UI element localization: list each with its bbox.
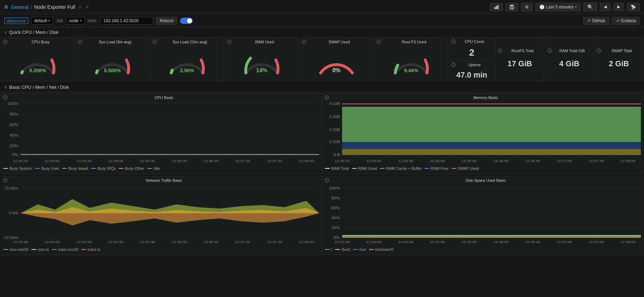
toggle-switch[interactable] <box>180 18 193 24</box>
svg-text:10 kb/s: 10 kb/s <box>4 186 18 190</box>
svg-rect-24 <box>20 154 319 155</box>
info-icon-cpucores[interactable]: i <box>451 39 456 44</box>
uptime-value: 47.0 min <box>456 70 487 80</box>
rootfs-total-value: 17 GiB <box>507 56 532 71</box>
svg-text:12:36:00: 12:36:00 <box>494 159 509 163</box>
node-select[interactable]: node ▾ <box>66 17 85 25</box>
info-icon-sys5[interactable]: i <box>78 40 82 44</box>
svg-text:1 GiB: 1 GiB <box>329 140 340 144</box>
cpu-cores-uptime-col: i CPU Cores 2 i Uptime 47.0 min <box>449 38 495 82</box>
info-icon-ramtotal[interactable]: i <box>547 49 552 53</box>
svg-text:100%: 100% <box>329 186 340 190</box>
app-menu[interactable]: ⊞ <box>4 4 8 10</box>
github-link[interactable]: ↗ GitHub <box>583 17 609 25</box>
info-icon-cpubasic[interactable]: i <box>3 95 7 100</box>
svg-text:0%: 0% <box>12 153 18 157</box>
svg-text:12:37:30: 12:37:30 <box>589 159 604 163</box>
info-icon-rootfstotal[interactable]: i <box>498 49 502 53</box>
svg-text:0 B: 0 B <box>334 153 340 157</box>
svg-text:12:37:00: 12:37:00 <box>235 240 250 244</box>
svg-text:12:35:00: 12:35:00 <box>108 240 123 244</box>
info-icon-sys15[interactable]: i <box>153 40 157 44</box>
share-icon[interactable]: ⤢ <box>85 4 89 10</box>
panel-title-ramtotal: RAM Total GiB <box>553 49 592 53</box>
svg-text:12:37:00: 12:37:00 <box>557 240 572 244</box>
svg-text:12:35:00: 12:35:00 <box>108 159 123 163</box>
info-icon-membasic[interactable]: i <box>325 95 329 100</box>
save-btn[interactable] <box>506 3 518 11</box>
svg-text:12:34:00: 12:34:00 <box>366 240 381 244</box>
svg-text:12:37:30: 12:37:30 <box>589 240 604 244</box>
network-basic-panel: i Network Traffic Basic 10 kb/s 0 b/s -1… <box>1 176 322 255</box>
svg-text:0 b/s: 0 b/s <box>9 211 18 215</box>
info-icon-swap[interactable]: i <box>302 40 306 44</box>
panel-title-sys15: Sys Load (15m avg) <box>158 40 222 44</box>
chart-icon-btn[interactable] <box>490 3 503 11</box>
svg-text:12:38:00: 12:38:00 <box>620 240 636 244</box>
panel-title-cpu-busy: CPU Busy <box>9 40 72 44</box>
info-icon-netbasic[interactable]: i <box>3 178 7 182</box>
broadcast-btn[interactable]: 📡 <box>627 3 640 11</box>
info-icon-diskbasic[interactable]: i <box>325 178 329 182</box>
disk-basic-panel: i Disk Space Used Basic 100% 80% 60% 40%… <box>322 176 643 255</box>
zoom-out-btn[interactable]: 🔍 <box>583 2 597 12</box>
svg-text:14%: 14% <box>256 67 267 73</box>
info-icon-uptime[interactable]: i <box>451 63 456 67</box>
arrow-right-btn[interactable]: ▶ <box>613 3 624 11</box>
info-icon-rootfs[interactable]: i <box>377 40 381 44</box>
svg-text:12:38:00: 12:38:00 <box>299 240 314 244</box>
svg-text:12:37:00: 12:37:00 <box>557 159 572 163</box>
breadcrumb-current: Node Exporter Full <box>34 4 75 10</box>
reboot-button[interactable]: Reboot <box>156 17 178 25</box>
time-range-btn[interactable]: 🕐 Last 5 minutes ▾ <box>535 3 581 11</box>
svg-rect-2 <box>497 5 499 9</box>
svg-rect-1 <box>496 6 497 9</box>
rootfs-total-panel: i RootFS Total 17 GiB <box>495 38 544 82</box>
info-icon-ram[interactable]: i <box>227 40 231 44</box>
breadcrumb-separator: / <box>31 4 32 10</box>
arrow-left-btn[interactable]: ◀ <box>600 3 611 11</box>
svg-text:20%: 20% <box>10 144 18 148</box>
svg-text:12:37:30: 12:37:30 <box>267 240 282 244</box>
chart-title-diskbasic: Disk Space Used Basic <box>330 178 641 182</box>
panel-title-swap: SWAP Used <box>308 40 371 44</box>
svg-text:12:36:30: 12:36:30 <box>203 240 218 244</box>
grafana-link[interactable]: ↗ Grafana <box>612 17 640 25</box>
svg-text:2 GiB: 2 GiB <box>329 128 340 132</box>
chart-title-membasic: Memory Basic <box>330 95 641 100</box>
star-icon[interactable]: ☆ <box>78 4 82 10</box>
disk-chart-legend: / /boot /run /run/user/0 <box>325 246 641 253</box>
svg-text:60%: 60% <box>331 206 340 210</box>
default-select[interactable]: default ▾ <box>31 17 53 25</box>
svg-text:12:36:00: 12:36:00 <box>494 240 509 244</box>
host-input[interactable] <box>100 17 153 25</box>
svg-text:12:37:00: 12:37:00 <box>235 159 250 163</box>
svg-text:12:33:30: 12:33:30 <box>335 240 350 244</box>
ram-total-value: 4 GiB <box>559 56 579 71</box>
quick-cpu-section-header[interactable]: ∨ Quick CPU / Mem / Disk <box>0 27 644 37</box>
svg-text:0%: 0% <box>334 236 340 240</box>
settings-btn[interactable]: ⚙ <box>521 3 533 11</box>
svg-text:9.44%: 9.44% <box>404 68 418 73</box>
info-icon-cpu-busy[interactable]: i <box>3 40 7 44</box>
breadcrumb: General / Node Exporter Full <box>11 4 75 10</box>
svg-text:12:35:30: 12:35:30 <box>140 240 155 244</box>
svg-text:12:38:00: 12:38:00 <box>620 159 636 163</box>
svg-text:12:35:30: 12:35:30 <box>462 159 477 163</box>
chevron-icon: ▾ <box>575 5 577 9</box>
svg-text:12:36:00: 12:36:00 <box>172 159 187 163</box>
basic-cpu-section-header[interactable]: ∨ Basic CPU / Mem / Net / Disk <box>0 82 644 92</box>
breadcrumb-root[interactable]: General <box>11 4 29 10</box>
ram-used-panel: i RAM Used 14% <box>225 38 299 82</box>
svg-rect-46 <box>342 142 641 149</box>
svg-text:60%: 60% <box>10 123 18 127</box>
section2-title: Basic CPU / Mem / Net / Disk <box>9 85 69 90</box>
panel-title-rootfs: Root FS Used <box>382 40 446 44</box>
svg-text:12:34:00: 12:34:00 <box>44 159 60 163</box>
svg-rect-0 <box>494 7 495 9</box>
sys-load-15-panel: i Sys Load (15m avg) 2.50% <box>150 38 224 82</box>
info-icon-swaptotal[interactable]: i <box>597 49 601 53</box>
svg-text:12:33:30: 12:33:30 <box>13 240 28 244</box>
uptime-panel: i Uptime 47.0 min <box>449 60 495 82</box>
svg-text:12:33:30: 12:33:30 <box>13 159 28 163</box>
